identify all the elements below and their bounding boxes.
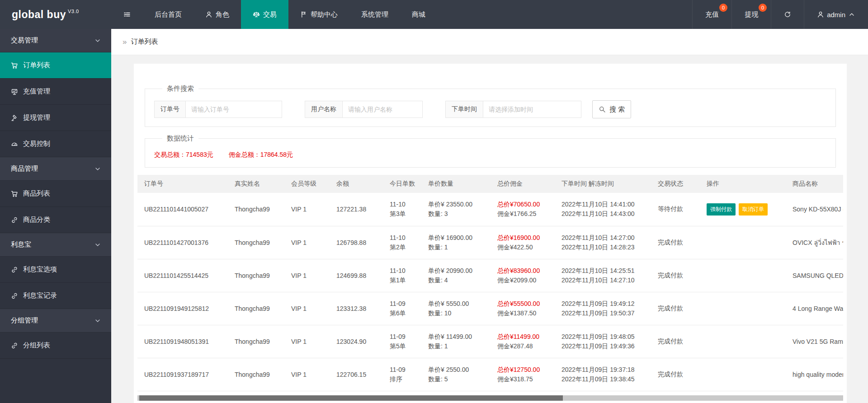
real-name-cell: Thongcha99 <box>228 259 284 292</box>
withdraw-button[interactable]: 提现 0 <box>731 0 771 29</box>
top-bar: global buy V3.0 后台首页角色交易帮助中心系统管理商城 充值 0 … <box>0 0 868 29</box>
sidebar-item-order-list[interactable]: 订单列表 <box>0 52 111 79</box>
sidebar-item-goods-list[interactable]: 商品列表 <box>0 181 111 207</box>
commission: 佣金¥1766.25 <box>497 209 548 219</box>
actions-cell <box>700 292 786 325</box>
quantity: 数量: 1 <box>428 342 484 351</box>
commission: 佣金¥422.50 <box>497 243 548 252</box>
orders-card: 条件搜索 订单号用户名称下单时间 搜 索 数据统计 交易总额：714583元 佣… <box>134 64 847 403</box>
sidebar-item-label: 订单列表 <box>23 61 50 70</box>
page: global buy V3.0 后台首页角色交易帮助中心系统管理商城 充值 0 … <box>0 0 868 403</box>
commission: 佣金¥318.75 <box>497 375 548 384</box>
order-no-cell: UB2211091937189717 <box>137 358 228 391</box>
sidebar-group-label: 交易管理 <box>11 36 38 45</box>
order-seq: 第6单 <box>390 309 415 318</box>
cart-icon <box>11 190 18 197</box>
search-button-label: 搜 索 <box>609 105 625 114</box>
nav-item-roles[interactable]: 角色 <box>193 0 241 29</box>
scrollbar-thumb[interactable] <box>139 395 563 401</box>
unfreeze-time: 2022年11月09日 19:49:36 <box>561 342 644 351</box>
column-header: 今日单数 <box>383 175 421 193</box>
order-time-input[interactable] <box>483 101 581 117</box>
commission: 佣金¥1387.50 <box>497 309 548 318</box>
order-seq: 第3单 <box>390 209 415 219</box>
nav-item-label: 交易 <box>263 10 277 19</box>
user-menu[interactable]: admin <box>804 0 868 29</box>
product-name-cell: OVICX ลู่วิ่งไฟฟ้า รุ่นQ2S T <box>786 226 843 259</box>
sidebar-item-group-list[interactable]: 分组列表 <box>0 333 111 359</box>
chevron-down-icon <box>94 37 101 44</box>
chevron-up-icon <box>848 11 855 18</box>
balance-cell: 123312.38 <box>330 292 383 325</box>
total-amount-stat: 交易总额：714583元 <box>154 151 213 159</box>
balance-cell: 127221.38 <box>330 193 383 226</box>
unfreeze-time: 2022年11月10日 14:43:00 <box>561 209 644 219</box>
table-header-row: 订单号真实姓名会员等级余额今日单数单价数量总价佣金下单时间 解冻时间交易状态操作… <box>137 175 843 193</box>
recharge-button[interactable]: 充值 0 <box>692 0 731 29</box>
link-icon <box>11 216 18 224</box>
nav-item-home[interactable]: 后台首页 <box>143 0 193 29</box>
column-header: 商品名称 <box>786 175 843 193</box>
sidebar-group-interest[interactable]: 利息宝 <box>0 233 111 257</box>
order-no-cell: UB2211101441005027 <box>137 193 228 226</box>
nav-item-mall[interactable]: 商城 <box>400 0 437 29</box>
column-header: 订单号 <box>137 175 228 193</box>
username-input[interactable] <box>343 101 422 117</box>
column-header: 下单时间 解冻时间 <box>555 175 651 193</box>
sidebar-group-group-mgmt[interactable]: 分组管理 <box>0 309 111 333</box>
product-name-cell: SAMSUNG QLED TV 4K <box>786 259 843 292</box>
force-pay-button[interactable]: 强制付款 <box>707 203 736 216</box>
sidebar-item-interest-options[interactable]: 利息宝选项 <box>0 257 111 283</box>
sidebar-item-trade-control[interactable]: 交易控制 <box>0 131 111 157</box>
gauge-icon <box>11 141 18 148</box>
sidebar: 交易管理订单列表充值管理提现管理交易控制商品管理商品列表商品分类利息宝利息宝选项… <box>0 29 111 403</box>
nav-item-help-center[interactable]: 帮助中心 <box>288 0 349 29</box>
orders-table-wrap: 订单号真实姓名会员等级余额今日单数单价数量总价佣金下单时间 解冻时间交易状态操作… <box>137 175 843 391</box>
search-field-order-time: 下单时间 <box>445 101 581 118</box>
search-button[interactable]: 搜 索 <box>592 100 631 118</box>
status-cell: 完成付款 <box>651 358 700 391</box>
real-name-cell: Thongcha99 <box>228 292 284 325</box>
horizontal-scrollbar[interactable] <box>137 395 843 401</box>
search-field-username: 用户名称 <box>305 101 423 118</box>
sidebar-item-recharge-mgmt[interactable]: 充值管理 <box>0 79 111 105</box>
sidebar-item-withdraw-mgmt[interactable]: 提现管理 <box>0 105 111 131</box>
actions-cell: 强制付款取消订单 <box>700 193 786 226</box>
sidebar-group-trade-mgmt[interactable]: 交易管理 <box>0 29 111 52</box>
nav-item-label: 角色 <box>216 10 229 19</box>
order-date: 11-09 <box>390 332 415 342</box>
column-header: 真实姓名 <box>228 175 284 193</box>
order-no-cell: UB2211091949125812 <box>137 292 228 325</box>
chevron-down-icon <box>94 241 101 248</box>
sidebar-group-goods-mgmt[interactable]: 商品管理 <box>0 157 111 181</box>
top-nav: 后台首页角色交易帮助中心系统管理商城 <box>143 0 437 29</box>
hamburger-icon <box>123 11 131 18</box>
table-row: UB2211101441005027Thongcha99VIP 1127221.… <box>137 193 843 226</box>
top-right: 充值 0 提现 0 admin <box>692 0 868 29</box>
sidebar-group-label: 商品管理 <box>11 164 38 173</box>
sidebar-item-goods-category[interactable]: 商品分类 <box>0 207 111 233</box>
order-time: 2022年11月10日 14:41:00 <box>561 200 644 209</box>
link-icon <box>11 266 18 273</box>
refresh-button[interactable] <box>771 0 804 29</box>
chevron-down-icon <box>94 165 101 173</box>
nav-item-trade[interactable]: 交易 <box>241 0 288 29</box>
order-no-input[interactable] <box>186 101 282 117</box>
actions-cell <box>700 358 786 391</box>
sidebar-item-label: 商品列表 <box>23 189 50 198</box>
real-name-cell: Thongcha99 <box>228 193 284 226</box>
total-commission-cell: 总价¥70650.00佣金¥1766.25 <box>491 193 555 226</box>
vip-level-cell: VIP 1 <box>284 259 330 292</box>
status-cell: 等待付款 <box>651 193 700 226</box>
nav-item-system[interactable]: 系统管理 <box>349 0 400 29</box>
search-field-order-no: 订单号 <box>154 101 282 118</box>
user-name: admin <box>827 11 845 19</box>
search-field-label: 下单时间 <box>446 101 483 117</box>
unit-price: 单价¥ 23550.00 <box>428 200 484 209</box>
sidebar-toggle-button[interactable] <box>111 0 143 29</box>
table-row: UB2211101425514425Thongcha99VIP 1124699.… <box>137 259 843 292</box>
sidebar-item-label: 利息宝记录 <box>23 291 57 300</box>
sidebar-item-interest-records[interactable]: 利息宝记录 <box>0 283 111 309</box>
cancel-order-button[interactable]: 取消订单 <box>739 203 768 216</box>
order-time: 2022年11月09日 19:37:18 <box>561 365 644 375</box>
